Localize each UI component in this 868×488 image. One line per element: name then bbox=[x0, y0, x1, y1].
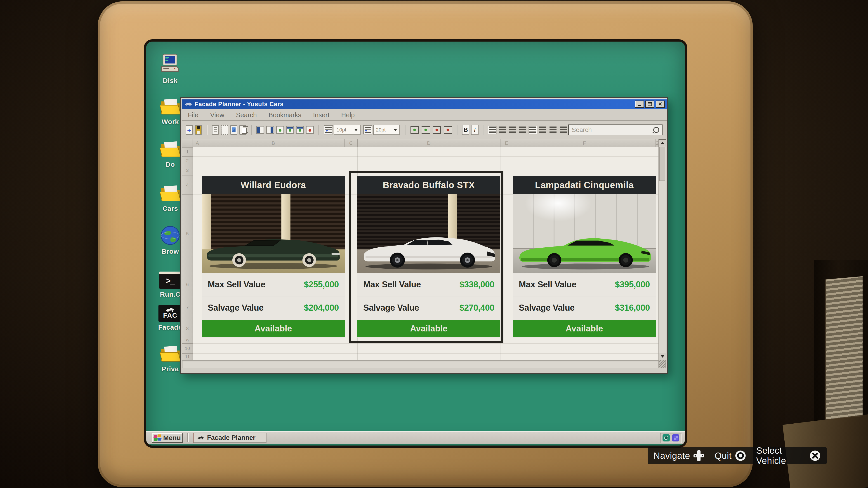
column-header[interactable]: B bbox=[202, 139, 345, 147]
menu-search[interactable]: Search bbox=[236, 111, 257, 119]
layout-left-pane-button[interactable] bbox=[256, 126, 264, 134]
row-header[interactable]: 6 bbox=[182, 273, 193, 296]
delete-row-button[interactable] bbox=[433, 126, 441, 134]
align-justify-button[interactable] bbox=[519, 126, 527, 134]
insert-image-button[interactable] bbox=[230, 125, 237, 135]
layout-right-pane-button[interactable] bbox=[266, 126, 274, 134]
menu-view[interactable]: View bbox=[210, 111, 224, 119]
max-sell-label: Max Sell Value bbox=[208, 280, 266, 289]
menu-file[interactable]: File bbox=[188, 111, 198, 119]
horizontal-scrollbar[interactable] bbox=[182, 360, 658, 368]
max-sell-row: Max Sell Value $395,000 bbox=[513, 273, 656, 296]
room-scene: Disk Work Do bbox=[0, 0, 868, 488]
font-size-large-dropdown[interactable]: 20pt bbox=[363, 125, 400, 135]
salvage-label: Salvage Value bbox=[363, 303, 419, 313]
tray-status-icon[interactable] bbox=[662, 434, 670, 442]
window-titled-view-button[interactable] bbox=[286, 126, 294, 134]
menu-bookmarks[interactable]: Bookmarks bbox=[269, 111, 301, 119]
record-view-button[interactable] bbox=[306, 126, 314, 134]
row-header[interactable]: 8 bbox=[182, 319, 193, 338]
resize-grip[interactable] bbox=[658, 360, 666, 368]
desktop-icon-label: Do bbox=[166, 161, 175, 168]
vehicle-card-bravado-buffalo-stx[interactable]: Bravado Buffalo STX bbox=[358, 176, 500, 337]
sports-car-art bbox=[516, 231, 653, 270]
max-sell-label: Max Sell Value bbox=[363, 280, 421, 289]
folder-icon bbox=[159, 184, 182, 203]
salvage-label: Salvage Value bbox=[519, 303, 575, 313]
cross-button-icon[interactable] bbox=[809, 449, 821, 462]
salvage-value: $270,400 bbox=[460, 303, 495, 313]
desktop-screen: Disk Work Do bbox=[146, 41, 685, 446]
row-header[interactable]: 11 bbox=[182, 353, 193, 360]
align-center-button[interactable] bbox=[498, 126, 506, 134]
column-header[interactable]: D bbox=[358, 139, 500, 147]
muscle-car-art bbox=[361, 231, 497, 270]
column-header[interactable]: C bbox=[345, 139, 358, 147]
list-style-button[interactable] bbox=[529, 126, 537, 134]
window-titlebar[interactable]: Facade Planner - Yusufs Cars ✕ bbox=[182, 99, 667, 109]
row-header[interactable]: 3 bbox=[182, 165, 193, 176]
vehicle-card-willard-eudora[interactable]: Willard Eudora bbox=[202, 176, 345, 337]
availability-button[interactable]: Available bbox=[513, 320, 656, 337]
window-view-button[interactable] bbox=[276, 126, 284, 134]
row-header[interactable]: 10 bbox=[182, 344, 193, 353]
wrap-text-button[interactable] bbox=[559, 126, 567, 134]
window-car-icon bbox=[184, 102, 192, 107]
row-header[interactable]: 2 bbox=[182, 156, 193, 165]
availability-button[interactable]: Available bbox=[202, 320, 345, 337]
column-header[interactable]: G bbox=[656, 139, 658, 147]
column-header[interactable]: A bbox=[193, 139, 202, 147]
tray-grid-icon[interactable] bbox=[672, 434, 679, 442]
minimize-button[interactable] bbox=[635, 101, 644, 108]
outdent-button[interactable] bbox=[549, 126, 557, 134]
scroll-down-button[interactable] bbox=[659, 353, 666, 360]
bold-button[interactable]: B bbox=[462, 125, 469, 135]
menu-insert[interactable]: Insert bbox=[313, 111, 330, 119]
align-left-button[interactable] bbox=[488, 126, 496, 134]
copy-button[interactable] bbox=[239, 125, 246, 135]
row-header[interactable]: 7 bbox=[182, 296, 193, 319]
start-menu-button[interactable]: Menu bbox=[152, 433, 183, 443]
save-button[interactable] bbox=[195, 125, 202, 135]
globe-icon bbox=[160, 225, 181, 246]
search-input[interactable] bbox=[572, 126, 653, 133]
insert-row-button[interactable] bbox=[410, 126, 419, 134]
circle-button-icon[interactable] bbox=[735, 449, 746, 462]
close-button[interactable]: ✕ bbox=[656, 101, 665, 108]
italic-button[interactable]: I bbox=[471, 125, 478, 135]
folder-icon bbox=[159, 344, 182, 363]
row-header[interactable]: 5 bbox=[182, 194, 193, 273]
template-button[interactable] bbox=[221, 125, 228, 135]
vertical-scroll-thumb[interactable] bbox=[659, 147, 665, 181]
remove-line-button[interactable] bbox=[444, 126, 452, 134]
vehicle-photo bbox=[513, 194, 656, 273]
document-button[interactable] bbox=[212, 125, 219, 135]
dpad-icon[interactable] bbox=[693, 449, 705, 462]
desktop-icon-disk[interactable]: Disk bbox=[150, 53, 190, 85]
vertical-scrollbar[interactable] bbox=[658, 139, 666, 360]
indent-button[interactable] bbox=[539, 126, 547, 134]
scroll-up-button[interactable] bbox=[659, 139, 666, 147]
vehicle-card-lampadati-cinquemila[interactable]: Lampadati Cinquemila bbox=[513, 176, 656, 337]
task-facade-planner[interactable]: Facade Planner bbox=[193, 433, 267, 443]
availability-button[interactable]: Available bbox=[358, 320, 500, 337]
facade-planner-window: Facade Planner - Yusufs Cars ✕ File View… bbox=[180, 97, 668, 374]
column-header[interactable]: E bbox=[500, 139, 513, 147]
arrow-down-icon bbox=[661, 355, 664, 358]
row-header[interactable]: 1 bbox=[182, 147, 193, 156]
row-header[interactable]: 4 bbox=[182, 176, 193, 194]
toolbar: + 10pt bbox=[182, 122, 667, 138]
desktop-icon-label: Work bbox=[162, 118, 179, 126]
add-line-button[interactable] bbox=[422, 126, 430, 134]
new-file-button[interactable]: + bbox=[186, 125, 193, 135]
align-right-button[interactable] bbox=[508, 126, 517, 134]
menu-help[interactable]: Help bbox=[341, 111, 355, 119]
column-header[interactable]: F bbox=[513, 139, 656, 147]
toolbar-separator bbox=[405, 125, 405, 135]
row-header[interactable]: 9 bbox=[182, 338, 193, 344]
window-titled-view-button[interactable] bbox=[296, 126, 304, 134]
quit-label: Quit bbox=[715, 451, 732, 461]
maximize-button[interactable] bbox=[645, 101, 654, 108]
font-size-small-dropdown[interactable]: 10pt bbox=[324, 125, 361, 135]
toolbar-separator bbox=[483, 125, 484, 135]
